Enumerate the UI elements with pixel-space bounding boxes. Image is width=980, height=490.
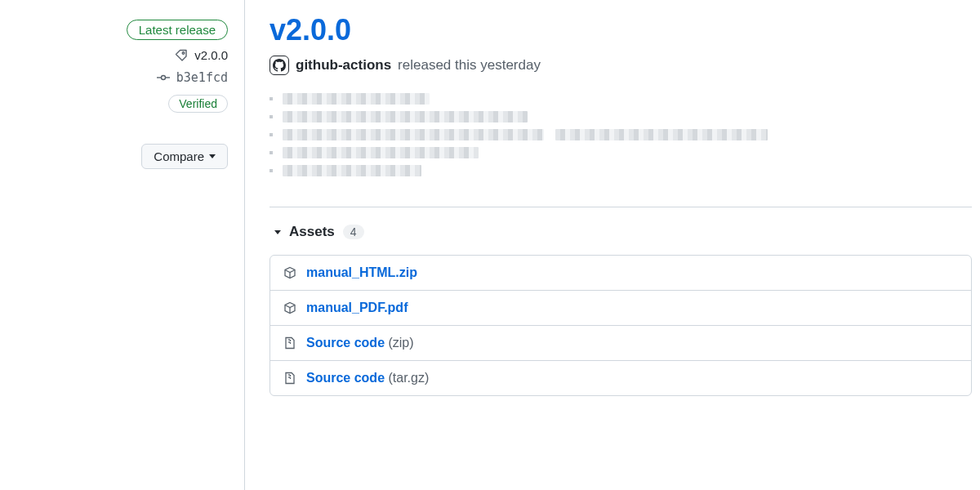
chevron-down-icon [209,154,216,158]
release-author-name[interactable]: github-actions [296,57,391,74]
commit-icon [157,71,170,84]
asset-item[interactable]: Source code (tar.gz) [270,360,971,395]
assets-count-badge: 4 [343,225,364,239]
svg-point-1 [161,76,165,80]
assets-label: Assets [289,224,335,240]
chevron-down-icon [274,230,281,234]
commit-link[interactable]: b3e1fcd [157,70,228,85]
tag-icon [175,49,188,62]
release-sidebar: Latest release v2.0.0 b3e1fcd Verified [0,0,245,490]
asset-name: manual_HTML.zip [306,265,417,279]
release-main: v2.0.0 github-actions released this yest… [245,0,980,490]
asset-suffix: (zip) [385,336,414,350]
asset-name: Source code [306,336,385,350]
verified-badge[interactable]: Verified [168,95,228,113]
release-title[interactable]: v2.0.0 [270,13,972,47]
file-zip-icon [283,372,296,385]
latest-release-badge: Latest release [127,20,228,40]
svg-point-0 [182,51,185,54]
tag-link[interactable]: v2.0.0 [175,48,228,62]
commit-sha: b3e1fcd [176,70,228,85]
asset-name: Source code [306,371,385,385]
github-actions-avatar-icon[interactable] [270,56,289,75]
section-divider [270,207,972,207]
compare-button[interactable]: Compare [141,144,228,169]
asset-item[interactable]: manual_HTML.zip [270,256,971,290]
assets-list: manual_HTML.zip manual_PDF.pdf Source co… [270,255,972,396]
tag-name: v2.0.0 [194,48,228,62]
asset-name: manual_PDF.pdf [306,301,408,314]
release-body-redacted [270,93,792,187]
assets-toggle[interactable]: Assets 4 [270,224,972,240]
release-author-action: released this yesterday [398,57,541,74]
file-zip-icon [283,336,296,350]
asset-suffix: (tar.gz) [385,371,429,385]
package-icon [283,301,296,314]
asset-item[interactable]: Source code (zip) [270,325,971,360]
compare-label: Compare [154,149,204,163]
asset-item[interactable]: manual_PDF.pdf [270,290,971,325]
package-icon [283,266,296,279]
release-author-row: github-actions released this yesterday [270,56,972,75]
